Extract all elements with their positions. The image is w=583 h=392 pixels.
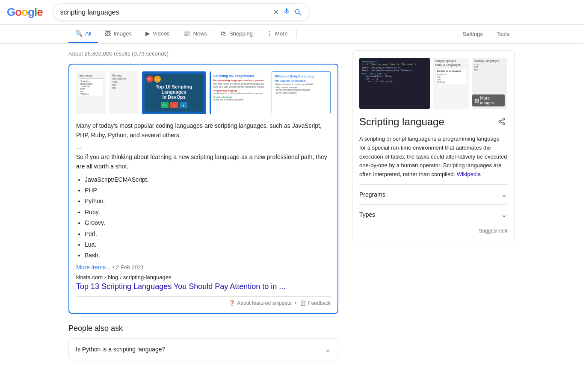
svg-line-4 [500,120,503,121]
tab-shopping-label: Shopping [229,30,253,37]
list-item-php: PHP. [85,186,331,195]
suggest-edit-link[interactable]: Suggest edit [359,228,507,234]
list-item-perl: Perl. [85,229,331,239]
shopping-tab-icon: 🛍 [221,30,227,37]
kp-section-types: Types ⌄ [359,204,507,224]
featured-snippet: languages Scripting languages JavaScript… [68,64,338,314]
kp-share-button[interactable] [496,116,507,129]
tab-videos[interactable]: ▶ Videos [139,25,177,43]
snippet-image-4[interactable]: Scripting vs. Programmir Programming lan… [210,71,269,114]
snippet-date: • 2 Feb 2021 [112,264,144,271]
search-button[interactable] [294,8,302,17]
snippet-ellipsis: ... [76,144,331,150]
snippet-image-1[interactable]: languages Scripting languages JavaScript… [76,71,106,114]
tab-all-label: All [85,30,91,37]
svg-point-1 [499,121,501,123]
kp-title: Scripting language [359,116,444,128]
all-tab-icon: 🔍 [75,30,83,37]
logo-letter-o1: o [15,6,21,18]
kp-description: A scripting or script language is a prog… [359,135,507,179]
nav-divider [296,30,297,38]
tab-more[interactable]: ⋮ More [260,25,295,43]
snippet-images: languages Scripting languages JavaScript… [76,71,331,114]
list-item-groovy: Groovy. [85,218,331,227]
help-icon: ❓ [229,300,235,306]
results-count: About 26,800,000 results (0.79 seconds) [68,50,338,57]
kp-image-3[interactable]: Markup Languages HTML CSS XML 🖼 More ima… [472,58,508,109]
left-column: About 26,800,000 results (0.79 seconds) … [68,50,338,362]
kp-programs-chevron-icon: ⌄ [501,190,507,199]
snippet-body-text: Many of today's most popular coding lang… [76,121,331,140]
tab-news[interactable]: 📰 News [177,25,214,43]
tab-news-label: News [193,30,207,37]
kp-section-programs: Programs ⌄ [359,184,507,204]
snippet-continuation: So if you are thinking about learning a … [76,152,331,171]
more-tab-icon: ⋮ [266,30,272,37]
google-logo[interactable]: Google [7,6,43,19]
snippet-image-5[interactable]: Different Scripting Lang PHP (Hypertext … [272,71,331,114]
logo-letter-g2: g [28,6,34,18]
result-title-link[interactable]: Top 13 Scripting Languages You Should Pa… [76,282,331,291]
list-item-bash: Bash. [85,251,331,260]
right-column: WebBrowserJS printf("Warning page: Speci… [352,50,515,362]
svg-line-3 [500,122,503,123]
result-source-url: kinsta.com › blog › scripting-languages [76,274,331,280]
feedback-link[interactable]: 📋 Feedback [300,300,331,306]
about-snippets-link[interactable]: ❓ About featured snippets [229,300,291,306]
search-input[interactable] [60,9,269,16]
more-items-link[interactable]: More items... [76,264,111,271]
paa-item-0[interactable]: Is Python is a scripting language? ⌄ [68,338,338,360]
snippet-footer: ❓ About featured snippets • 📋 Feedback [76,296,331,306]
logo-letter-e: e [37,6,42,18]
wikipedia-link[interactable]: Wikipedia [457,171,481,177]
feedback-icon: 📋 [300,300,306,306]
tab-images-label: Images [113,30,132,37]
people-also-ask-title: People also ask [68,324,338,333]
paa-question-0: Is Python is a scripting language? [76,346,165,353]
list-item-javascript: JavaScript/ECMAScript. [85,175,331,184]
kp-types-chevron-icon: ⌄ [501,210,507,219]
people-also-ask-section: People also ask Is Python is a scripting… [68,324,338,360]
tab-videos-label: Videos [153,30,170,37]
svg-point-2 [503,123,505,125]
tab-images[interactable]: 🖼 Images [98,25,139,43]
svg-point-0 [503,118,505,121]
snippet-list: JavaScript/ECMAScript. PHP. Python. Ruby… [85,175,331,260]
search-bar[interactable]: ✕ [53,3,310,21]
main-content: About 26,800,000 results (0.79 seconds) … [0,44,583,362]
videos-tab-icon: ▶ [145,30,150,37]
kp-images: WebBrowserJS printf("Warning page: Speci… [359,58,507,109]
tab-more-label: More [275,30,288,37]
knowledge-panel: WebBrowserJS printf("Warning page: Speci… [352,50,515,241]
kp-section-types-header[interactable]: Types ⌄ [359,205,507,224]
kp-section-types-label: Types [359,211,375,218]
list-item-lua: Lua. [85,240,331,249]
clear-search-icon[interactable]: ✕ [273,8,279,17]
footer-dot: • [295,300,296,306]
tab-all[interactable]: 🔍 All [68,25,98,43]
logo-letter-g: G [7,6,15,18]
paa-chevron-icon-0: ⌄ [325,345,331,354]
kp-section-programs-label: Programs [359,191,385,198]
images-tab-icon: 🖼 [105,30,111,37]
snippet-image-3[interactable]: P py Top 10 Scripting Languagesin DevOps… [142,71,206,114]
more-images-button[interactable]: 🖼 More images [472,94,505,106]
nav-right-controls: Settings Tools [458,27,515,41]
paa-item-header-0[interactable]: Is Python is a scripting language? ⌄ [69,339,338,360]
settings-button[interactable]: Settings [458,27,488,41]
snippet-image-2[interactable]: Markup Languages HTML CSS XML [109,71,139,114]
kp-image-2[interactable]: ming languages Markup Languages Scriptin… [433,58,469,109]
list-item-ruby: Ruby. [85,207,331,217]
voice-search-icon[interactable] [283,7,290,17]
kp-section-programs-header[interactable]: Programs ⌄ [359,185,507,204]
header: Google ✕ [0,0,583,25]
logo-letter-o2: o [21,6,28,18]
tools-button[interactable]: Tools [491,27,515,41]
tab-shopping[interactable]: 🛍 Shopping [214,25,260,43]
list-item-python: Python. [85,196,331,206]
kp-image-1[interactable]: WebBrowserJS printf("Warning page: Speci… [359,58,430,109]
image-icon: 🖼 [475,98,479,103]
nav-tabs: 🔍 All 🖼 Images ▶ Videos 📰 News 🛍 Shoppin… [0,25,583,44]
news-tab-icon: 📰 [183,30,191,37]
